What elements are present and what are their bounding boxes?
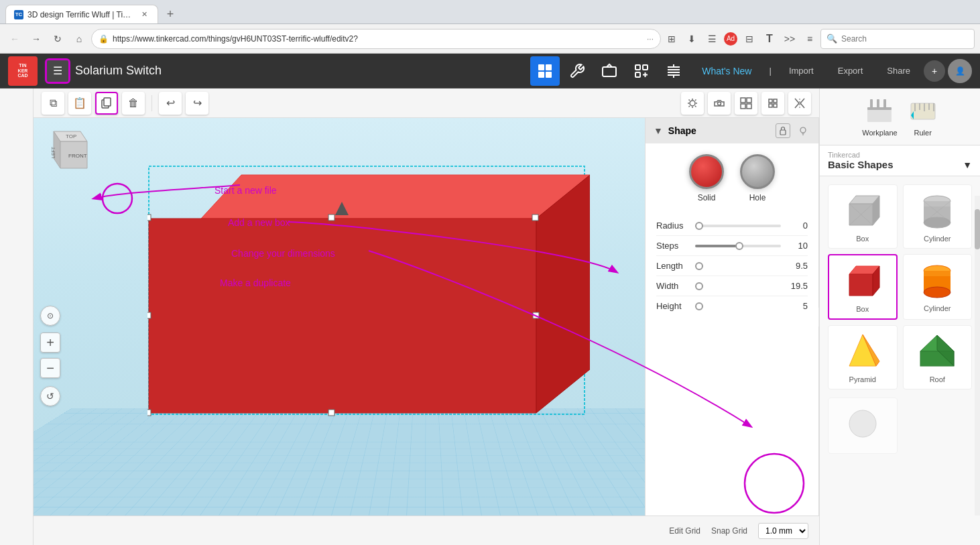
share-button[interactable]: Share xyxy=(876,60,921,81)
project-title[interactable]: Solarium Switch xyxy=(75,64,525,78)
shape-item-cylinder-gray[interactable]: Cylinder xyxy=(903,184,973,249)
svg-rect-3 xyxy=(546,72,552,78)
edit-grid-label[interactable]: Edit Grid xyxy=(669,526,700,536)
search-bar[interactable]: 🔍 xyxy=(820,29,975,49)
shape-item-pyramid[interactable]: Pyramid xyxy=(828,325,898,389)
main-viewport[interactable]: ↻ TOP LEFT xyxy=(34,118,819,545)
export-button[interactable]: Export xyxy=(827,60,874,81)
browser-tab[interactable]: TC 3D design Terrific Wluff | Tinkerca..… xyxy=(5,5,158,23)
shape-lock-button[interactable] xyxy=(776,123,790,138)
delete-button[interactable]: 🗑 xyxy=(122,92,145,115)
search-input[interactable] xyxy=(841,34,969,44)
svg-marker-23 xyxy=(149,219,536,413)
bookmarks-icon[interactable]: ⊞ xyxy=(664,31,680,47)
nav-cube[interactable]: TOP LEFT FRONT xyxy=(40,125,94,178)
menu-dots-icon[interactable]: ≡ xyxy=(802,31,818,47)
menu-button[interactable]: ☰ xyxy=(46,59,70,83)
shape-panel-title: Shape xyxy=(668,125,770,136)
blocks-button[interactable] xyxy=(627,56,656,86)
paste-button[interactable]: 📋 xyxy=(68,92,91,115)
svg-rect-7 xyxy=(635,72,640,77)
downloads-icon[interactable]: ⬇ xyxy=(684,31,700,47)
import-button[interactable]: Import xyxy=(778,60,824,81)
view-all-tool[interactable] xyxy=(735,92,757,115)
svg-rect-30 xyxy=(147,215,151,221)
width-row: Width 19.5 xyxy=(656,276,808,296)
tab-close-button[interactable]: ✕ xyxy=(139,9,149,20)
radius-slider[interactable] xyxy=(695,225,781,227)
svg-text:TOP: TOP xyxy=(66,133,76,139)
back-button[interactable]: ← xyxy=(5,29,24,48)
shape-panel-collapse[interactable]: ▼ xyxy=(654,125,663,136)
redo-button[interactable]: ↪ xyxy=(186,92,208,115)
shape-item-roof[interactable]: Roof xyxy=(903,325,973,389)
3d-design-button[interactable] xyxy=(530,56,560,86)
copy-button[interactable]: ⧉ xyxy=(42,92,64,115)
tinkercad-logo[interactable]: TINKERCAD xyxy=(8,56,38,86)
extensions-icon[interactable]: >> xyxy=(782,31,798,47)
hole-option[interactable]: Hole xyxy=(740,154,775,202)
browser-frame: TC 3D design Terrific Wluff | Tinkerca..… xyxy=(0,0,980,545)
svg-rect-48 xyxy=(883,99,886,109)
shapes-scroll[interactable]: Box xyxy=(820,176,980,526)
forward-button[interactable]: → xyxy=(27,29,46,48)
duplicate-icon xyxy=(101,97,113,109)
header-tools xyxy=(530,56,688,86)
orbit-button[interactable]: ⊙ xyxy=(40,306,60,326)
rotate-button[interactable]: ↺ xyxy=(40,386,60,406)
ruler-icon xyxy=(908,97,938,126)
shape-item-cylinder-orange[interactable]: Cylinder xyxy=(903,254,973,320)
search-icon: 🔍 xyxy=(826,34,837,44)
ruler-button[interactable]: Ruler xyxy=(908,97,938,137)
reload-button[interactable]: ↻ xyxy=(48,29,67,48)
home-button[interactable]: ⌂ xyxy=(70,29,88,48)
app-header: TINKERCAD ☰ Solarium Switch xyxy=(0,54,980,88)
shape-item-box-gray[interactable]: Box xyxy=(828,184,898,249)
3d-box[interactable]: ↻ xyxy=(147,165,590,422)
duplicate-button[interactable] xyxy=(95,92,118,115)
zoom-in-button[interactable]: + xyxy=(40,332,60,353)
svg-rect-40 xyxy=(780,130,786,135)
mirror-tool[interactable] xyxy=(788,92,811,115)
bottom-bar: Edit Grid Snap Grid 1.0 mm 0.5 mm 2.0 mm xyxy=(34,516,819,545)
svg-text:LEFT: LEFT xyxy=(51,146,56,158)
align-button[interactable] xyxy=(659,56,688,86)
svg-point-41 xyxy=(800,127,806,133)
grid-icon xyxy=(537,63,553,79)
radius-thumb[interactable] xyxy=(695,222,703,230)
svg-rect-13 xyxy=(747,98,751,103)
workplane-button[interactable]: Workplane xyxy=(862,97,897,137)
shape-item-box-red[interactable]: Box xyxy=(828,254,898,320)
user-add-button[interactable]: + xyxy=(924,60,945,82)
workplane-ruler-section: Workplane Ruler xyxy=(820,88,980,145)
sim-button[interactable] xyxy=(595,56,624,86)
font-icon[interactable]: T xyxy=(761,31,778,47)
new-tab-button[interactable]: + xyxy=(161,5,180,23)
camera-tool[interactable] xyxy=(708,92,731,115)
user-avatar[interactable]: 👤 xyxy=(948,59,972,83)
shape-item-more[interactable] xyxy=(828,398,898,454)
zoom-out-button[interactable]: − xyxy=(40,358,60,378)
adblock-icon[interactable]: Ad xyxy=(724,32,737,46)
viewport-bg: ↻ TOP LEFT xyxy=(34,118,819,516)
library-dropdown-arrow[interactable]: ▼ xyxy=(963,160,972,170)
solid-option[interactable]: Solid xyxy=(689,154,724,202)
menu-icon: ☰ xyxy=(53,64,62,77)
shape-light-button[interactable] xyxy=(796,123,810,138)
undo-button[interactable]: ↩ xyxy=(159,92,182,115)
shape-panel-expand[interactable]: › xyxy=(818,308,819,326)
snap-grid-select[interactable]: 1.0 mm 0.5 mm 2.0 mm xyxy=(758,523,808,539)
library-icon[interactable]: ☰ xyxy=(704,31,720,47)
light-tool[interactable] xyxy=(681,92,704,115)
whats-new-button[interactable]: What's New xyxy=(694,60,759,82)
scrollbar-thumb[interactable] xyxy=(975,209,980,249)
svg-rect-26 xyxy=(533,312,539,318)
reader-icon[interactable]: ⊟ xyxy=(741,31,757,47)
hole-label: Hole xyxy=(749,193,766,202)
address-bar[interactable]: 🔒 https://www.tinkercad.com/things/gvH6U… xyxy=(91,29,661,49)
steps-thumb[interactable] xyxy=(735,242,743,250)
steps-slider[interactable] xyxy=(695,245,781,247)
steps-label: Steps xyxy=(656,241,695,251)
code-editor-button[interactable] xyxy=(562,56,592,86)
group-tool[interactable] xyxy=(761,92,784,115)
